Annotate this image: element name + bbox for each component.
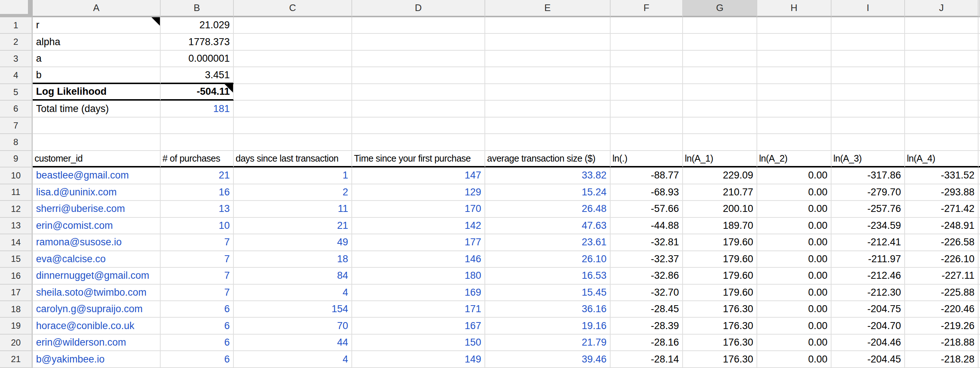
cell-H11[interactable]: 0.00 (757, 184, 832, 201)
row-header-2[interactable]: 2 (0, 34, 33, 50)
cell-G14[interactable]: 179.60 (683, 234, 757, 251)
cell-I20[interactable]: -204.46 (832, 335, 905, 351)
cell-E8[interactable] (485, 134, 611, 151)
cell-C18[interactable]: 154 (234, 301, 352, 318)
cell-C4[interactable] (234, 67, 352, 84)
column-header-B[interactable]: B (161, 0, 234, 17)
cell-E17[interactable]: 15.45 (485, 285, 611, 301)
cell-E20[interactable]: 21.79 (485, 335, 611, 351)
cell-B3[interactable]: 0.000001 (161, 51, 234, 67)
cell-H5[interactable] (757, 84, 832, 101)
cell-D14[interactable]: 177 (352, 234, 485, 251)
cell-B17[interactable]: 7 (161, 285, 234, 301)
cell-G1[interactable] (683, 17, 757, 34)
cell-I8[interactable] (832, 134, 905, 151)
cell-E6[interactable] (485, 101, 611, 117)
column-header-H[interactable]: H (757, 0, 832, 17)
cell-B21[interactable]: 6 (161, 351, 234, 368)
cell-C2[interactable] (234, 34, 352, 50)
row-header-16[interactable]: 16 (0, 268, 33, 284)
row-header-10[interactable]: 10 (0, 168, 33, 184)
cell-C5[interactable] (234, 84, 352, 101)
row-header-12[interactable]: 12 (0, 201, 33, 217)
cell-H14[interactable]: 0.00 (757, 234, 832, 251)
cell-H3[interactable] (757, 51, 832, 67)
cell-F21[interactable]: -28.14 (611, 351, 683, 368)
column-header-I[interactable]: I (832, 0, 905, 17)
cell-C8[interactable] (234, 134, 352, 151)
cell-F17[interactable]: -32.70 (611, 285, 683, 301)
row-header-20[interactable]: 20 (0, 335, 33, 351)
cell-J5[interactable] (905, 84, 978, 101)
cell-I14[interactable]: -212.41 (832, 234, 905, 251)
cell-A21[interactable]: b@yakimbee.io (33, 351, 161, 368)
cell-D13[interactable]: 142 (352, 218, 485, 234)
cell-B5[interactable]: -504.11 (161, 84, 234, 101)
cell-A19[interactable]: horace@conible.co.uk (33, 318, 161, 334)
cell-F14[interactable]: -32.81 (611, 234, 683, 251)
cell-B18[interactable]: 6 (161, 301, 234, 318)
cell-I12[interactable]: -257.76 (832, 201, 905, 217)
cell-J21[interactable]: -218.28 (905, 351, 978, 368)
cell-G2[interactable] (683, 34, 757, 50)
cell-A16[interactable]: dinnernugget@gmail.com (33, 268, 161, 284)
cell-C11[interactable]: 2 (234, 184, 352, 201)
cell-A18[interactable]: carolyn.g@supraijo.com (33, 301, 161, 318)
cell-I10[interactable]: -317.86 (832, 168, 905, 184)
cell-A4[interactable]: b (33, 67, 161, 84)
cell-G4[interactable] (683, 67, 757, 84)
cell-A3[interactable]: a (33, 51, 161, 67)
cell-F13[interactable]: -44.88 (611, 218, 683, 234)
row-header-5[interactable]: 5 (0, 84, 33, 101)
cell-I16[interactable]: -212.46 (832, 268, 905, 284)
cell-A8[interactable] (33, 134, 161, 151)
cell-H4[interactable] (757, 67, 832, 84)
cell-E7[interactable] (485, 117, 611, 134)
cell-B14[interactable]: 7 (161, 234, 234, 251)
cell-D5[interactable] (352, 84, 485, 101)
cell-G16[interactable]: 179.60 (683, 268, 757, 284)
cell-A1[interactable]: r (33, 17, 161, 34)
row-header-14[interactable]: 14 (0, 234, 33, 251)
cell-J7[interactable] (905, 117, 978, 134)
cell-I15[interactable]: -211.97 (832, 251, 905, 268)
cell-J8[interactable] (905, 134, 978, 151)
column-header-F[interactable]: F (611, 0, 683, 17)
cell-F4[interactable] (611, 67, 683, 84)
cell-H1[interactable] (757, 17, 832, 34)
row-header-8[interactable]: 8 (0, 134, 33, 151)
row-header-17[interactable]: 17 (0, 285, 33, 301)
cell-B9[interactable]: # of purchases (161, 151, 234, 168)
cell-D8[interactable] (352, 134, 485, 151)
cell-E13[interactable]: 47.63 (485, 218, 611, 234)
cell-F19[interactable]: -28.39 (611, 318, 683, 334)
cell-H12[interactable]: 0.00 (757, 201, 832, 217)
cell-E1[interactable] (485, 17, 611, 34)
cell-D12[interactable]: 170 (352, 201, 485, 217)
cell-F11[interactable]: -68.93 (611, 184, 683, 201)
cell-D6[interactable] (352, 101, 485, 117)
cell-H19[interactable]: 0.00 (757, 318, 832, 334)
cell-J3[interactable] (905, 51, 978, 67)
cell-I6[interactable] (832, 101, 905, 117)
row-header-7[interactable]: 7 (0, 117, 33, 134)
cell-G13[interactable]: 189.70 (683, 218, 757, 234)
cell-C13[interactable]: 21 (234, 218, 352, 234)
cell-A13[interactable]: erin@comist.com (33, 218, 161, 234)
cell-F1[interactable] (611, 17, 683, 34)
cell-I2[interactable] (832, 34, 905, 50)
column-header-C[interactable]: C (234, 0, 352, 17)
cell-J16[interactable]: -227.11 (905, 268, 978, 284)
cell-J1[interactable] (905, 17, 978, 34)
cell-B10[interactable]: 21 (161, 168, 234, 184)
row-header-1[interactable]: 1 (0, 17, 33, 34)
cell-J2[interactable] (905, 34, 978, 50)
cell-A9[interactable]: customer_id (33, 151, 161, 168)
cell-E15[interactable]: 26.10 (485, 251, 611, 268)
row-header-18[interactable]: 18 (0, 301, 33, 318)
cell-G21[interactable]: 176.30 (683, 351, 757, 368)
cell-C17[interactable]: 4 (234, 285, 352, 301)
cell-B7[interactable] (161, 117, 234, 134)
cell-G15[interactable]: 179.60 (683, 251, 757, 268)
row-header-6[interactable]: 6 (0, 101, 33, 117)
